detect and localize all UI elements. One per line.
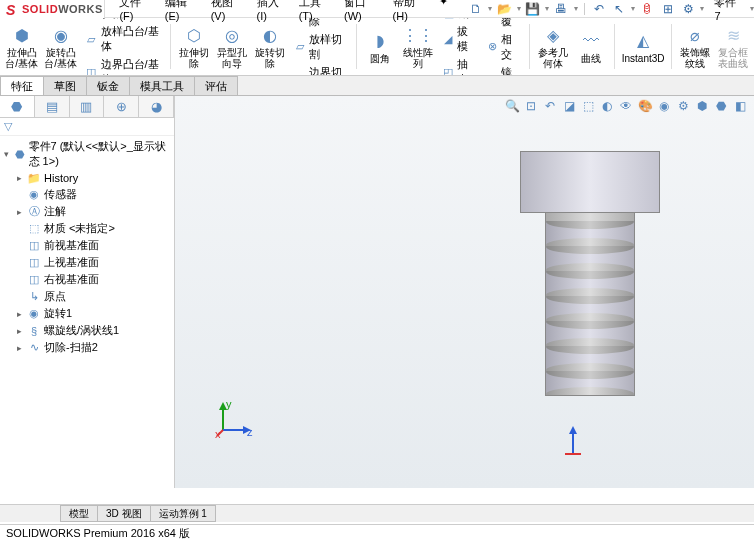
print-button[interactable]: 🖶 <box>553 1 569 17</box>
cut-sweep-button[interactable]: ∿扫描切除 <box>291 18 351 30</box>
apply-scene-button[interactable]: ◉ <box>656 98 672 114</box>
new-button[interactable]: 🗋 <box>468 1 484 17</box>
instant3d-button[interactable]: ◭Instant3D <box>621 20 665 73</box>
cut-extrude-icon: ⬡ <box>183 24 205 46</box>
tree-origin[interactable]: ↳原点 <box>0 288 174 305</box>
hole-wizard-button[interactable]: ◎异型孔向导 <box>215 20 249 73</box>
hide-show-button[interactable]: 👁 <box>618 98 634 114</box>
tab-feature[interactable]: 特征 <box>0 76 44 95</box>
tree-annotations[interactable]: ▸Ⓐ注解 <box>0 203 174 220</box>
composite-icon: ≋ <box>722 24 744 46</box>
feature-manager: ⬣ ▤ ▥ ⊕ ◕ ▽ ▾⬣零件7 (默认<<默认>_显示状态 1>) ▸📁Hi… <box>0 96 175 488</box>
tree-sensors[interactable]: ◉传感器 <box>0 186 174 203</box>
tree-right-plane[interactable]: ◫右视基准面 <box>0 271 174 288</box>
thread-button[interactable]: ⌀装饰螺纹线 <box>678 20 712 73</box>
thread-turn <box>545 346 635 371</box>
mirror-button[interactable]: ⧉镜向 <box>483 64 523 77</box>
fillet-icon: ◗ <box>369 30 391 52</box>
sweep-button[interactable]: ∿扫描 <box>82 18 164 22</box>
cut-loft-icon: ▱ <box>294 40 306 54</box>
panel-tab-tree[interactable]: ⬣ <box>0 96 35 117</box>
svg-marker-1 <box>569 426 577 434</box>
draft-button[interactable]: ◢拔模 <box>439 23 479 55</box>
ribbon-toolbar: ⬢拉伸凸台/基体 ◉旋转凸台/基体 ∿扫描 ▱放样凸台/基体 ◫边界凸台/基体 … <box>0 18 754 76</box>
settings-button[interactable]: ⚙ <box>680 1 696 17</box>
tab-mold[interactable]: 模具工具 <box>129 76 195 95</box>
cut-revolve-button[interactable]: ◐旋转切除 <box>253 20 287 73</box>
edit-appearance-button[interactable]: 🎨 <box>637 98 653 114</box>
rib-button[interactable]: ▥筋 <box>439 18 479 22</box>
tab-evaluate[interactable]: 评估 <box>194 76 238 95</box>
boundary-button[interactable]: ◫边界凸台/基体 <box>82 56 164 76</box>
command-tabs: 特征 草图 钣金 模具工具 评估 <box>0 76 754 96</box>
annotation-icon: Ⓐ <box>27 205 41 219</box>
origin-marker <box>563 426 583 456</box>
undo-button[interactable]: ↶ <box>590 1 606 17</box>
menu-bar: S SOLIDWORKS 文件(F) 编辑(E) 视图(V) 插入(I) 工具(… <box>0 0 754 18</box>
tree-revolve1[interactable]: ▸◉旋转1 <box>0 305 174 322</box>
prev-view-button[interactable]: ↶ <box>542 98 558 114</box>
extrude-boss-button[interactable]: ⬢拉伸凸台/基体 <box>4 20 39 73</box>
status-text: SOLIDWORKS Premium 2016 x64 版 <box>6 527 190 539</box>
btab-model[interactable]: 模型 <box>60 505 98 522</box>
open-button[interactable]: 📂 <box>496 1 512 17</box>
tree-history[interactable]: ▸📁History <box>0 170 174 186</box>
options-button[interactable]: ⊞ <box>660 1 676 17</box>
panel-tab-display[interactable]: ◕ <box>139 96 174 117</box>
intersect-button[interactable]: ⊗相交 <box>483 31 523 63</box>
revolve-boss-button[interactable]: ◉旋转凸台/基体 <box>43 20 78 73</box>
section-view-button[interactable]: ◪ <box>561 98 577 114</box>
cut-group: ∿扫描切除 ▱放样切割 ◫边界切除 <box>291 20 351 73</box>
cut-boundary-button[interactable]: ◫边界切除 <box>291 64 351 77</box>
loft-button[interactable]: ▱放样凸台/基体 <box>82 23 164 55</box>
display-style-button[interactable]: ◐ <box>599 98 615 114</box>
tree-cut-sweep[interactable]: ▸∿切除-扫描2 <box>0 339 174 356</box>
tree-front-plane[interactable]: ◫前视基准面 <box>0 237 174 254</box>
tree-helix[interactable]: ▸§螺旋线/涡状线1 <box>0 322 174 339</box>
bolt-neck <box>545 213 635 221</box>
pattern-button[interactable]: ⋮⋮线性阵列 <box>401 20 435 73</box>
draft-icon: ◢ <box>442 32 454 46</box>
panel-tab-config[interactable]: ▥ <box>70 96 105 117</box>
shell-button[interactable]: ◰抽壳 <box>439 56 479 76</box>
thread-turn <box>545 221 635 246</box>
fillet-button[interactable]: ◗圆角 <box>363 20 397 73</box>
curves-button[interactable]: 〰曲线 <box>574 20 608 73</box>
revolve-icon: ◉ <box>50 24 72 46</box>
tree-filter[interactable]: ▽ <box>0 118 174 136</box>
cube-button1[interactable]: ⬢ <box>694 98 710 114</box>
cube-button3[interactable]: ◧ <box>732 98 748 114</box>
plane-icon: ◫ <box>27 273 41 287</box>
wrap-button[interactable]: ⊕包覆 <box>483 18 523 30</box>
zoom-area-button[interactable]: ⊡ <box>523 98 539 114</box>
feat-group-1: ▥筋 ◢拔模 ◰抽壳 <box>439 20 479 73</box>
zoom-fit-button[interactable]: 🔍 <box>504 98 520 114</box>
cut-sweep-icon: ∿ <box>294 18 306 21</box>
part-icon: ⬣ <box>14 147 26 161</box>
save-button[interactable]: 💾 <box>525 1 541 17</box>
cut-extrude-button[interactable]: ⬡拉伸切除 <box>177 20 211 73</box>
cut-loft-button[interactable]: ▱放样切割 <box>291 31 351 63</box>
tab-sketch[interactable]: 草图 <box>43 76 87 95</box>
graphics-viewport[interactable]: 🔍 ⊡ ↶ ◪ ⬚ ◐ 👁 🎨 ◉ ⚙ ⬢ ⬣ ◧ <box>175 96 754 488</box>
tab-sheetmetal[interactable]: 钣金 <box>86 76 130 95</box>
cutsweep-icon: ∿ <box>27 341 41 355</box>
select-button[interactable]: ↖ <box>611 1 627 17</box>
main-area: ⬣ ▤ ▥ ⊕ ◕ ▽ ▾⬣零件7 (默认<<默认>_显示状态 1>) ▸📁Hi… <box>0 96 754 488</box>
panel-tab-dim[interactable]: ⊕ <box>104 96 139 117</box>
btab-3dview[interactable]: 3D 视图 <box>97 505 151 522</box>
view-settings-button[interactable]: ⚙ <box>675 98 691 114</box>
tree-top-plane[interactable]: ◫上视基准面 <box>0 254 174 271</box>
view-orient-button[interactable]: ⬚ <box>580 98 596 114</box>
btab-motion[interactable]: 运动算例 1 <box>150 505 216 522</box>
hole-icon: ◎ <box>221 24 243 46</box>
intersect-icon: ⊗ <box>486 40 498 54</box>
ref-geometry-button[interactable]: ◈参考几何体 <box>536 20 570 73</box>
panel-tab-property[interactable]: ▤ <box>35 96 70 117</box>
tree-material[interactable]: ⬚材质 <未指定> <box>0 220 174 237</box>
composite-button: ≋复合框表曲线 <box>716 20 750 73</box>
rebuild-button[interactable]: 🛢 <box>639 1 655 17</box>
sweep-icon: ∿ <box>85 18 99 21</box>
cube-button2[interactable]: ⬣ <box>713 98 729 114</box>
tree-root[interactable]: ▾⬣零件7 (默认<<默认>_显示状态 1>) <box>0 138 174 170</box>
